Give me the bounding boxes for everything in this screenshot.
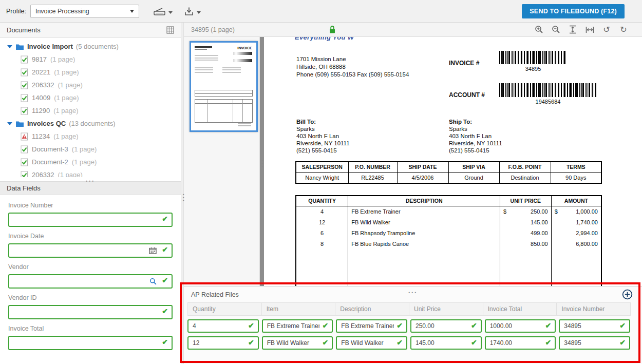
add-related-file-button[interactable] (622, 289, 633, 300)
valid-check-icon (323, 338, 329, 347)
zoom-in-icon[interactable] (534, 25, 544, 35)
export-button[interactable] (184, 7, 201, 16)
rotate-cw-icon[interactable] (618, 25, 629, 35)
item-desc: FB Wild Walker (348, 217, 500, 227)
item-desc: FB Blue Rapids Canoe (348, 238, 500, 249)
document-pages: (1 page) (58, 171, 82, 177)
document-view[interactable]: Everything You W 1701 Mission Lane Hills… (260, 37, 642, 286)
order-info-table: SALESPERSON P.O. NUMBER SHIP DATE SHIP V… (295, 161, 602, 184)
expand-caret-icon[interactable] (7, 122, 12, 125)
data-fields-header: Data Fields (0, 181, 181, 195)
doc-14009[interactable]: 14009 (1 page) (0, 91, 181, 104)
field-label: Invoice Date (8, 233, 173, 240)
drag-dots-icon[interactable] (260, 159, 268, 167)
account-barcode (499, 83, 597, 97)
ship-to-line: (521) 555-0415 (449, 147, 502, 154)
chevron-down-icon[interactable] (197, 11, 201, 14)
chevron-down-icon[interactable] (168, 11, 173, 14)
invoice-number-label: INVOICE # (449, 60, 479, 67)
invoice-number-input[interactable] (8, 213, 173, 227)
documents-panel-title: Documents (7, 26, 41, 34)
doc-20221[interactable]: 20221 (1 page) (0, 66, 181, 79)
data-fields-form: Invoice Number Invoice Date Vendor Ven (0, 195, 181, 350)
ap-col-quantity: Quantity (187, 302, 262, 316)
valid-check-icon (248, 338, 254, 347)
account-number-label: ACCOUNT # (449, 91, 485, 99)
field-invoice-total: Invoice Total (8, 325, 173, 350)
valid-check-icon (396, 338, 403, 347)
valid-check-icon (471, 321, 477, 330)
ap-col-invoice-total: Invoice Total (483, 302, 557, 316)
valid-check-icon (162, 276, 168, 284)
item-amount: 1,000.00 (576, 208, 598, 215)
doc-11234[interactable]: 11234 (1 page) (0, 130, 181, 143)
doc-document-3[interactable]: Document-3 (1 page) (0, 143, 181, 156)
zoom-out-icon[interactable] (551, 25, 561, 35)
fit-height-icon[interactable] (568, 25, 578, 35)
document-tree: Invoice Import (5 documents) 9817 (1 pag… (0, 38, 181, 177)
address-line: 1701 Mission Lane (296, 55, 409, 63)
sidebar: Documents Invoice Import (5 documents) 9… (0, 23, 181, 364)
bill-to-line: Sparks (296, 125, 350, 132)
document-name: 9817 (32, 55, 47, 63)
drag-dots-icon (179, 193, 188, 201)
folder-invoices-qc[interactable]: Invoices QC (13 documents) (0, 117, 181, 130)
grid-view-icon[interactable] (166, 26, 174, 34)
calendar-icon[interactable] (149, 247, 157, 254)
ap-column-headers: Quantity Item Description Unit Price Inv… (187, 302, 630, 316)
document-valid-icon (21, 145, 28, 154)
folder-invoice-import[interactable]: Invoice Import (5 documents) (0, 40, 181, 53)
send-to-filebound-button[interactable]: SEND TO FILEBOUND (F12) (522, 4, 625, 18)
vendor-input[interactable] (8, 274, 173, 289)
ap-related-files-panel: AP Related Files Quantity Item Descripti… (184, 286, 642, 364)
invoice-date-input[interactable] (8, 243, 173, 258)
drag-dots-icon (86, 176, 95, 183)
doc-11290[interactable]: 11290 (1 page) (0, 104, 181, 117)
ship-to-block: Ship To: Sparks 403 North F Lan Riversid… (449, 118, 502, 154)
doc-206332[interactable]: 206332 (1 page) (0, 79, 181, 91)
field-invoice-number: Invoice Number (8, 202, 173, 227)
scan-button[interactable] (154, 7, 173, 16)
ap-row (186, 319, 632, 333)
item-unit-price: 145.00 (531, 219, 548, 225)
rotate-ccw-icon[interactable] (601, 25, 612, 35)
invoice-total-input[interactable] (8, 336, 173, 350)
invoice-tagline: Everything You W (295, 37, 354, 41)
item-unit-price: 250.00 (531, 208, 548, 215)
profile-dropdown[interactable]: Invoice Processing (30, 5, 139, 18)
folder-count: (13 documents) (69, 120, 115, 127)
viewer-header: 34895 (1 page) (184, 23, 642, 37)
item-desc: FB Rhapsody Trampoline (348, 227, 500, 238)
document-pages: (1 page) (54, 68, 79, 76)
company-address: 1701 Mission Lane Hillside, OH 68888 Pho… (296, 55, 409, 79)
fit-width-icon[interactable] (584, 25, 595, 35)
profile-label: Profile: (6, 8, 26, 15)
bill-to-label: Bill To: (296, 118, 350, 125)
document-name: Document-2 (32, 158, 68, 166)
item-desc: FB Extreme Trainer (348, 206, 500, 217)
vendor-id-input[interactable] (8, 305, 173, 319)
line-items-header: AMOUNT (551, 196, 601, 206)
viewer-doc-title: 34895 (1 page) (184, 26, 235, 33)
expand-caret-icon[interactable] (7, 45, 12, 48)
valid-check-icon (545, 338, 552, 347)
document-pages: (1 page) (53, 132, 78, 140)
order-info-value: RL22485 (348, 172, 397, 183)
doc-9817[interactable]: 9817 (1 page) (0, 53, 181, 66)
tree-resize-handle[interactable] (0, 177, 181, 181)
profile-dropdown-value: Invoice Processing (35, 8, 89, 15)
viewer-body: INVOICE Everything You W 1701 Mission La… (184, 37, 642, 286)
document-name: Document-3 (32, 145, 68, 153)
viewer-toolbar (534, 25, 642, 35)
top-toolbar: Profile: Invoice Processing SEND TO FILE… (0, 0, 642, 23)
page-thumbnail[interactable]: INVOICE (190, 41, 258, 132)
panel-resize-handle[interactable] (408, 287, 418, 295)
search-icon[interactable] (149, 278, 157, 285)
sidebar-resize-handle[interactable] (181, 23, 184, 364)
field-vendor-id: Vendor ID (8, 294, 173, 319)
order-info-value: 90 Days (551, 172, 601, 183)
folder-icon (15, 120, 24, 127)
doc-document-2[interactable]: Document-2 (1 page) (0, 156, 181, 168)
line-items-header: DESCRIPTION (348, 196, 500, 206)
document-valid-icon (21, 68, 28, 76)
